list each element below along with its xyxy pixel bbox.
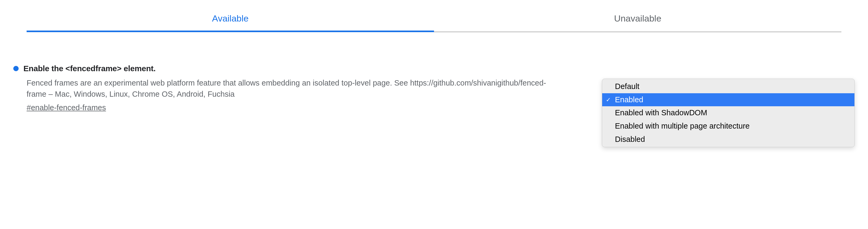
modified-indicator-icon xyxy=(13,66,19,71)
dropdown-option-label: Enabled with ShadowDOM xyxy=(615,108,707,117)
dropdown-option-enabled-multiple-page[interactable]: Enabled with multiple page architecture xyxy=(602,120,855,133)
dropdown-option-enabled[interactable]: Enabled xyxy=(602,93,855,107)
flag-header: Enable the <fencedframe> element. xyxy=(13,64,855,73)
flag-anchor-link[interactable]: #enable-fenced-frames xyxy=(27,103,106,112)
tab-unavailable[interactable]: Unavailable xyxy=(434,5,841,32)
tabs-bar: Available Unavailable xyxy=(27,5,841,32)
dropdown-option-label: Default xyxy=(615,82,640,90)
dropdown-option-enabled-shadowdom[interactable]: Enabled with ShadowDOM xyxy=(602,106,855,120)
flag-state-dropdown[interactable]: Default Enabled Enabled with ShadowDOM E… xyxy=(602,79,855,147)
tab-available[interactable]: Available xyxy=(27,5,434,32)
flag-description: Fenced frames are an experimental web pl… xyxy=(27,77,561,100)
flag-item: Enable the <fencedframe> element. Fenced… xyxy=(13,64,855,112)
tab-available-label: Available xyxy=(212,13,249,24)
dropdown-option-label: Disabled xyxy=(615,135,645,144)
dropdown-option-label: Enabled with multiple page architecture xyxy=(615,122,750,130)
dropdown-option-default[interactable]: Default xyxy=(602,80,855,93)
flag-title: Enable the <fencedframe> element. xyxy=(23,64,156,73)
dropdown-option-disabled[interactable]: Disabled xyxy=(602,133,855,146)
dropdown-option-label: Enabled xyxy=(615,96,643,104)
tab-unavailable-label: Unavailable xyxy=(614,13,661,24)
